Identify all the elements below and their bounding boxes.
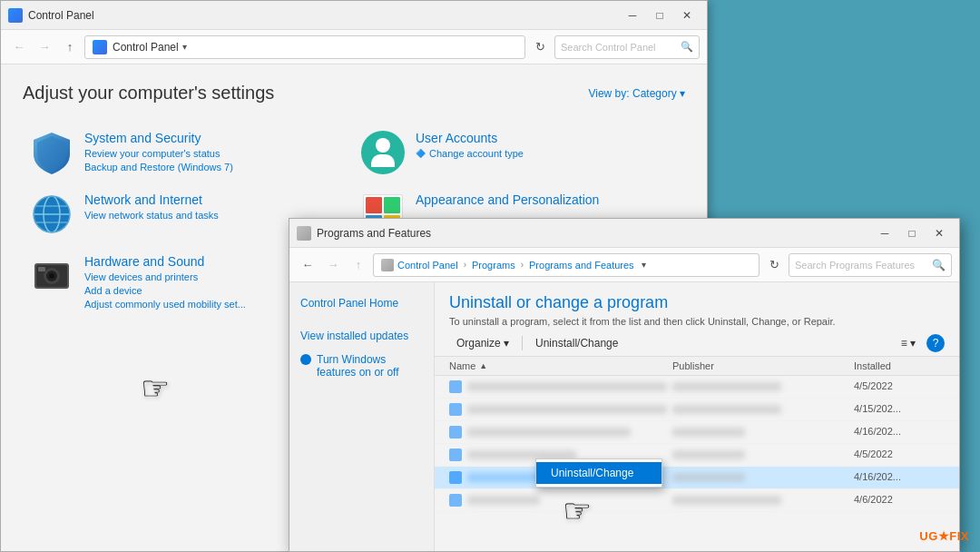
pf-minimize-button[interactable]: ─: [872, 223, 897, 243]
system-security-title[interactable]: System and Security: [84, 131, 233, 145]
pf-path-programs[interactable]: Programs: [472, 260, 515, 271]
pf-main-content: Uninstall or change a program To uninsta…: [435, 282, 959, 551]
hardware-link2[interactable]: Add a device: [84, 285, 246, 296]
cp-forward-button[interactable]: →: [34, 36, 55, 58]
table-row[interactable]: 4/15/202...: [435, 399, 959, 421]
cp-close-button[interactable]: ✕: [674, 5, 700, 25]
hardware-link3[interactable]: Adjust commonly used mobility set...: [84, 299, 246, 310]
hardware-camera-icon: [32, 256, 72, 296]
system-security-link2[interactable]: Backup and Restore (Windows 7): [84, 162, 233, 172]
row1-date: 4/5/2022: [854, 380, 945, 393]
row4-date: 4/5/2022: [854, 448, 945, 461]
cp-view-mode[interactable]: Category ▾: [632, 87, 685, 100]
pf-view-options-button[interactable]: ≡ ▾: [894, 334, 923, 352]
pf-sidebar-home[interactable]: Control Panel Home: [289, 291, 434, 315]
pf-forward-button[interactable]: →: [322, 254, 344, 276]
user-accounts-link1[interactable]: 🔷 Change account type: [416, 148, 524, 159]
pf-back-button[interactable]: ←: [297, 254, 318, 276]
pf-body: Control Panel Home View installed update…: [289, 282, 959, 551]
pf-titlebar-title: Programs and Features: [317, 227, 872, 240]
pf-up-button[interactable]: ↑: [348, 254, 369, 276]
cp-address-dropdown[interactable]: ▾: [182, 42, 187, 52]
table-row[interactable]: 4/5/2022: [435, 444, 959, 467]
user-accounts-title[interactable]: User Accounts: [416, 131, 524, 145]
user-accounts-icon: [361, 131, 405, 174]
pf-col-publisher[interactable]: Publisher: [672, 360, 854, 371]
shield-icon: [32, 131, 72, 174]
pf-address-path[interactable]: Control Panel › Programs › Programs and …: [373, 253, 760, 277]
cp-refresh-button[interactable]: ↻: [529, 36, 551, 58]
hardware-link1[interactable]: View devices and printers: [84, 271, 246, 282]
pf-close-button[interactable]: ✕: [926, 223, 952, 243]
pf-address-dropdown[interactable]: ▾: [642, 260, 646, 270]
watermark-text1: UG: [919, 529, 938, 543]
cp-address-path[interactable]: Control Panel ▾: [84, 35, 525, 59]
table-row[interactable]: 4/16/202...: [435, 467, 959, 489]
svg-rect-11: [38, 267, 45, 271]
cp-view-by-label: View by:: [588, 87, 629, 100]
appearance-title[interactable]: Appearance and Personalization: [416, 192, 599, 207]
network-link1[interactable]: View network status and tasks: [84, 210, 219, 221]
pf-col-installed[interactable]: Installed: [854, 360, 945, 371]
hardware-icon: [30, 254, 74, 298]
pf-sidebar-view-updates[interactable]: View installed updates: [289, 324, 434, 348]
pf-content-header: Uninstall or change a program To uninsta…: [435, 282, 959, 330]
context-menu: Uninstall/Change: [535, 458, 662, 488]
cp-maximize-button[interactable]: □: [647, 5, 672, 25]
cp-path-icon: [93, 40, 107, 54]
pf-path-cp[interactable]: Control Panel: [397, 260, 458, 271]
pf-blue-dot-icon: [300, 354, 311, 365]
pf-path-pf[interactable]: Programs and Features: [529, 260, 634, 271]
pf-maximize-button[interactable]: □: [899, 223, 925, 243]
cp-search-box[interactable]: Search Control Panel 🔍: [554, 35, 700, 59]
pf-windows-features-label: Turn Windows features on or off: [317, 353, 423, 379]
cp-page-title: Adjust your computer's settings: [23, 83, 274, 104]
cp-titlebar: Control Panel ─ □ ✕: [1, 1, 707, 30]
cp-search-icon: 🔍: [681, 41, 693, 53]
user-accounts-info: User Accounts 🔷 Change account type: [416, 131, 524, 159]
cp-header: Adjust your computer's settings View by:…: [23, 83, 685, 104]
pf-refresh-button[interactable]: ↻: [763, 254, 785, 276]
globe-icon: [32, 194, 72, 234]
pf-sidebar: Control Panel Home View installed update…: [289, 282, 435, 551]
row2-date: 4/15/202...: [854, 403, 945, 416]
pf-uninstall-change-button[interactable]: Uninstall/Change: [528, 334, 625, 352]
row3-date: 4/16/202...: [854, 426, 945, 439]
cp-up-button[interactable]: ↑: [59, 36, 81, 58]
pf-toolbar: Organize ▾ Uninstall/Change ≡ ▾ ?: [435, 330, 959, 357]
watermark: UG★FIX: [919, 529, 969, 543]
pf-help-button[interactable]: ?: [926, 334, 945, 352]
pf-toolbar-separator: [522, 336, 523, 350]
cp-address-bar: ← → ↑ Control Panel ▾ ↻ Search Control P…: [1, 30, 707, 64]
pf-col-name[interactable]: Name ▲: [449, 360, 672, 371]
pf-search-icon: 🔍: [932, 259, 946, 271]
pf-list-header: Name ▲ Publisher Installed: [435, 357, 959, 376]
pf-organize-button[interactable]: Organize ▾: [449, 334, 516, 352]
person-head-icon: [376, 138, 390, 153]
person-body-icon: [371, 154, 395, 167]
cp-category-user-accounts: User Accounts 🔷 Change account type: [354, 122, 685, 183]
table-row[interactable]: 4/16/202...: [435, 421, 959, 444]
row6-date: 4/6/2022: [854, 494, 945, 507]
network-title[interactable]: Network and Internet: [84, 192, 219, 207]
cp-view-by: View by: Category ▾: [588, 87, 685, 100]
pf-sidebar-windows-features[interactable]: Turn Windows features on or off: [289, 348, 434, 384]
network-info: Network and Internet View network status…: [84, 192, 219, 221]
cp-back-button[interactable]: ←: [8, 36, 30, 58]
pf-main-title: Uninstall or change a program: [449, 293, 945, 312]
table-row[interactable]: 4/5/2022: [435, 376, 959, 399]
system-security-link1[interactable]: Review your computer's status: [84, 148, 233, 159]
pf-toolbar-right: ≡ ▾ ?: [894, 334, 945, 352]
hardware-title[interactable]: Hardware and Sound: [84, 254, 246, 269]
pf-search-box[interactable]: Search Programs Features 🔍: [789, 253, 952, 277]
cp-window-icon: [8, 8, 23, 23]
pf-titlebar: Programs and Features ─ □ ✕: [289, 219, 959, 248]
system-security-info: System and Security Review your computer…: [84, 131, 233, 172]
cp-titlebar-title: Control Panel: [28, 9, 620, 22]
pf-nav-bar: ← → ↑ Control Panel › Programs › Program…: [289, 248, 959, 282]
context-menu-uninstall[interactable]: Uninstall/Change: [536, 462, 662, 484]
cp-minimize-button[interactable]: ─: [620, 5, 645, 25]
cp-category-system-security: System and Security Review your computer…: [23, 122, 354, 183]
table-row[interactable]: 4/6/2022: [435, 489, 959, 512]
programs-features-window: Programs and Features ─ □ ✕ ← → ↑ Contro…: [289, 218, 960, 552]
